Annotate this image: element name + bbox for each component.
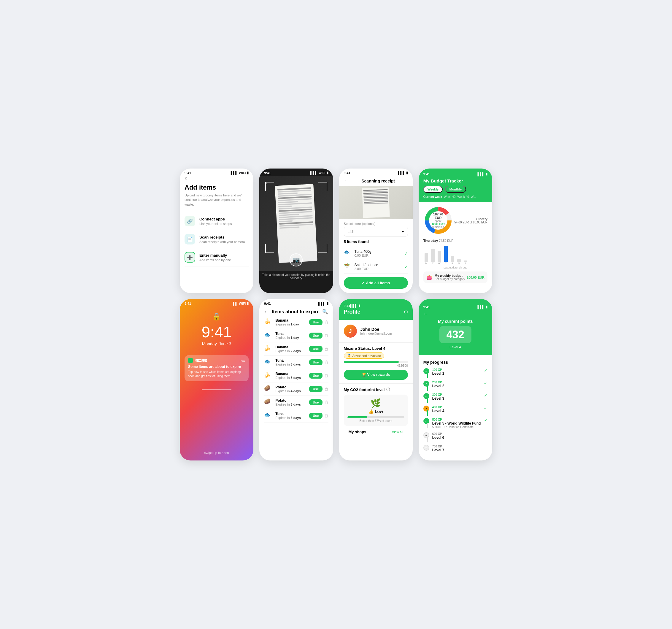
bar-chart-title: Thursday 74.50 EUR (423, 239, 487, 242)
progress-level-4: ✓ 400 XP Level 4 ✓ (423, 406, 487, 414)
tab-weekly[interactable]: Weekly (423, 186, 443, 193)
tab-current-week[interactable]: Current week (423, 195, 442, 198)
tuna-name-2: Tuna (275, 358, 301, 363)
expire-search-icon[interactable]: 🔍 (322, 309, 328, 315)
salad-price: 2.89 EUR (355, 267, 378, 271)
swipe-hint: swipe up to open (205, 451, 229, 455)
name-level-2: Level 2 (432, 384, 481, 388)
scan-back-arrow[interactable]: ← (344, 178, 349, 184)
tuna-days-3: Expires in 6 days (275, 416, 301, 419)
co2-title: My CO2 footprint level ⓘ (344, 387, 408, 392)
tab-week40b[interactable]: Week 40 (457, 195, 469, 198)
view-rewards-button[interactable]: 🏆 View rewards (344, 370, 408, 380)
use-button-tuna-1[interactable]: Use (309, 333, 322, 339)
trash-icon-tuna-3[interactable]: 🗑 (324, 413, 329, 418)
tuna-name: Tuna 400g (355, 249, 371, 254)
potato-days-1: Expires in 4 days (275, 389, 301, 393)
tab-monthly[interactable]: Monthly (445, 186, 466, 193)
budget-header: 9:41 ▌▌▌ ▮ My Budget Tracker Weekly Mont… (418, 169, 492, 202)
info-icon[interactable]: ⓘ (386, 387, 390, 392)
check-level-2: ✓ (484, 381, 487, 385)
menu-item-scan[interactable]: 📄 Scan receipts Scan receipts with your … (185, 230, 249, 248)
trash-icon-tuna-1[interactable]: 🗑 (324, 333, 329, 338)
donut-section: 187.70 EUR spent 12.30 EUR remaining Gro… (423, 205, 487, 235)
profile-header: 9:41 ▌▌▌ ▮ Profile ⚙ (339, 299, 413, 320)
grocery-amount: 54.00 EUR of 80.00 EUR (454, 221, 487, 224)
expire-item-tuna-2: 🐟 Tuna Expires in 3 days Use 🗑 (264, 356, 328, 369)
banana-icon-2: 🍌 (264, 345, 272, 353)
trash-icon-banana-1[interactable]: 🗑 (324, 320, 329, 324)
menu-item-manual[interactable]: ➕ Enter manually Add items one by one (185, 248, 249, 266)
weekly-budget-row[interactable]: 👛 My weekly budget Set budget by categor… (423, 271, 487, 283)
expire-item-banana-1: 🍌 Banana Expires in 1 day Use 🗑 (264, 316, 328, 329)
budget-title: My Budget Tracker (423, 178, 487, 183)
donut-remaining: 12.30 EUR (431, 222, 446, 225)
settings-icon[interactable]: ⚙ (404, 309, 408, 315)
trash-icon-potato-2[interactable]: 🗑 (324, 400, 329, 405)
expire-back-arrow[interactable]: ← (264, 309, 269, 315)
store-dropdown[interactable]: Lidl ▾ (344, 227, 408, 237)
view-all-shops[interactable]: View all (392, 430, 403, 434)
progress-level-3: ✓ 300 XP Level 3 ✓ (423, 393, 487, 402)
close-button[interactable]: × (185, 176, 249, 181)
manual-icon: ➕ (185, 252, 195, 263)
use-button-banana-1[interactable]: Use (309, 319, 322, 325)
status-time-4: 9:41 (423, 172, 430, 176)
signal-icon-2: ▌▌▌ (310, 171, 317, 175)
trash-icon-potato-1[interactable]: 🗑 (324, 387, 329, 391)
name-level-6: Level 6 (432, 436, 487, 440)
lock-date: Monday, June 3 (185, 341, 249, 346)
scan-corner-tl (265, 182, 274, 191)
co2-bar (347, 416, 404, 418)
status-icons-3: ▌▌▌ ▮ (398, 171, 408, 175)
use-button-banana-3[interactable]: Use (309, 373, 322, 379)
mezure-status-title: Mezure Status: Level 4 (344, 346, 408, 351)
points-back-arrow[interactable]: ← (423, 311, 428, 317)
add-all-button[interactable]: ✓ Add all items (344, 277, 408, 289)
manual-title: Enter manually (199, 253, 231, 258)
name-level-7: Level 7 (432, 448, 487, 452)
battery-icon: ▮ (247, 171, 249, 175)
co2-bar-fill (347, 416, 367, 418)
camera-capture-button[interactable]: 📷 (290, 253, 303, 266)
connector-2 (427, 385, 428, 391)
use-button-tuna-2[interactable]: Use (309, 359, 322, 365)
status-bar-1: 9:41 ▌▌▌ WiFi ▮ (180, 169, 254, 176)
bar-col-W: W (436, 251, 442, 265)
menu-item-connect[interactable]: 🔗 Connect apps Link your online shops (185, 212, 249, 230)
use-button-banana-2[interactable]: Use (309, 346, 322, 352)
xp-level-1: 100 XP (432, 368, 481, 371)
phone-expire: 9:41 ▌▌▌ ▮ ← Items about to expire 🔍 🍌 B… (259, 299, 333, 460)
status-time-5: 9:41 (185, 302, 191, 305)
xp-level-2: 200 XP (432, 381, 481, 384)
trash-icon-tuna-2[interactable]: 🗑 (324, 360, 329, 365)
bar-label-M: M (425, 262, 428, 265)
trash-icon-banana-2[interactable]: 🗑 (324, 346, 329, 351)
tab-week40a[interactable]: Week 40 (444, 195, 455, 198)
leaf-icon: 🌿 (347, 398, 404, 408)
potato-icon-1: 🥔 (264, 385, 272, 393)
progress-level-5: ✓ 500 XP Level 5 - World Wildlife Fund 5… (423, 418, 487, 429)
tab-more[interactable]: W... (471, 195, 476, 198)
signal-icon-6: ▌▌▌ (318, 302, 325, 305)
store-select-label: Select store (optional) (344, 222, 408, 225)
banana-days-3: Expires in 3 days (275, 376, 301, 380)
notification-card[interactable]: MEZURE now Some items are about to expir… (185, 355, 249, 381)
potato-days-2: Expires in 5 days (275, 403, 301, 406)
use-button-tuna-3[interactable]: Use (309, 413, 322, 419)
tuna-price: 0.90 EUR (355, 254, 371, 257)
status-bar-2: 9:41 ▌▌▌ WiFi ▮ (259, 169, 333, 176)
expire-item-tuna-1: 🐟 Tuna Expires in 1 day Use 🗑 (264, 329, 328, 342)
battery-icon-4: ▮ (486, 172, 487, 176)
phone-add-items: 9:41 ▌▌▌ WiFi ▮ × Add items Upload new g… (180, 169, 254, 293)
node-level-4: ✓ (423, 406, 429, 412)
notif-time: now (240, 359, 245, 362)
status-icons-6: ▌▌▌ ▮ (318, 301, 328, 305)
connector-3 (427, 398, 428, 403)
status-icons-8: ▌▌▌ ▮ (478, 305, 487, 309)
use-button-potato-1[interactable]: Use (309, 386, 322, 392)
bar-col-S1: S (456, 259, 462, 265)
bar-label-S2: S (464, 262, 466, 265)
use-button-potato-2[interactable]: Use (309, 400, 322, 405)
trash-icon-banana-3[interactable]: 🗑 (324, 373, 329, 378)
